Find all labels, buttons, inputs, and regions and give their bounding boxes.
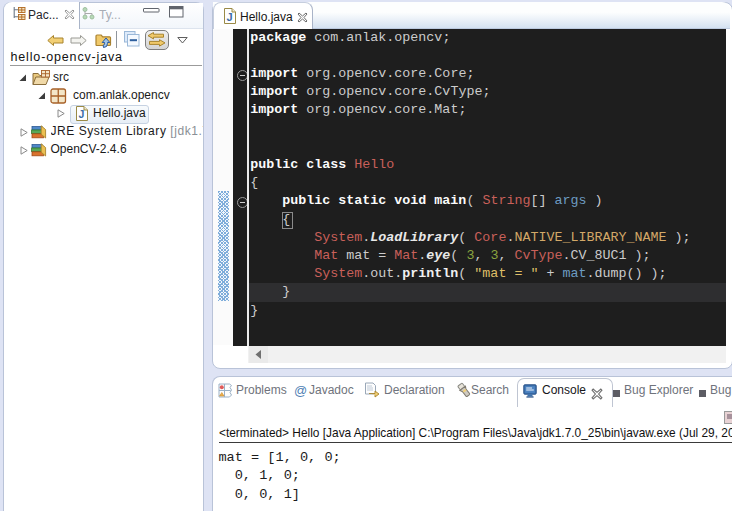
svg-text:J: J	[78, 108, 84, 120]
svg-text:J: J	[226, 11, 232, 23]
